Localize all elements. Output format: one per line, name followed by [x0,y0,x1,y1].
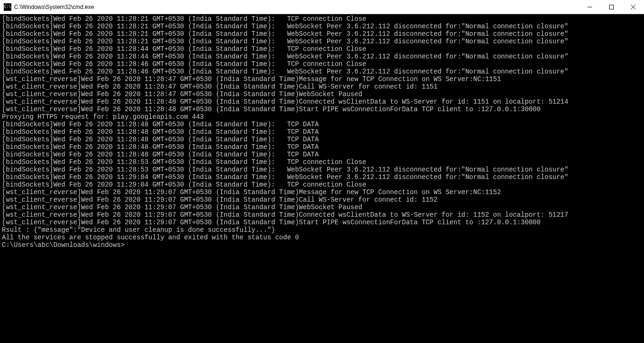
console-prompt[interactable]: C:\Users\abc\Downloads\windows> [2,241,642,249]
console-line: [bindSockets]Wed Feb 26 2020 11:28:48 GM… [2,151,642,158]
titlebar-controls [579,0,644,14]
console-line: [wst_client_reverse]Wed Feb 26 2020 11:2… [2,211,642,219]
console-line: [wst_client_reverse]Wed Feb 26 2020 11:2… [2,219,642,226]
svg-rect-1 [610,5,614,9]
maximize-icon [609,5,614,9]
close-icon [631,5,636,9]
console-line: [bindSockets]Wed Feb 26 2020 11:28:48 GM… [2,128,642,136]
titlebar[interactable]: C:\ C:\Windows\System32\cmd.exe [0,0,644,14]
console-line: Proxying HTTPS request for: play.googlea… [2,113,642,121]
console-line: [bindSockets]Wed Feb 26 2020 11:28:53 GM… [2,158,642,166]
console-line: [bindSockets]Wed Feb 26 2020 11:28:53 GM… [2,166,642,173]
console-line: [bindSockets]Wed Feb 26 2020 11:28:46 GM… [2,60,642,68]
console-line: Rsult : {"message":"Device and user clea… [2,226,642,234]
console-line: [bindSockets]Wed Feb 26 2020 11:28:48 GM… [2,143,642,151]
console-line: [wst_client_reverse]Wed Feb 26 2020 11:2… [2,204,642,211]
minimize-icon [587,5,592,9]
console-line: [wst_client_reverse]Wed Feb 26 2020 11:2… [2,75,642,83]
console-line: [bindSockets]Wed Feb 26 2020 11:28:44 GM… [2,53,642,60]
close-button[interactable] [622,0,644,14]
console-line: [wst_client_reverse]Wed Feb 26 2020 11:2… [2,106,642,113]
console-line: [bindSockets]Wed Feb 26 2020 11:28:48 GM… [2,121,642,128]
console-line: [wst_client_reverse]Wed Feb 26 2020 11:2… [2,83,642,90]
console-line: [bindSockets]Wed Feb 26 2020 11:28:21 GM… [2,23,642,30]
console-line: [wst_client_reverse]Wed Feb 26 2020 11:2… [2,188,642,196]
console-line: [wst_client_reverse]Wed Feb 26 2020 11:2… [2,98,642,106]
console-line: [bindSockets]Wed Feb 26 2020 11:29:04 GM… [2,173,642,181]
maximize-button[interactable] [601,0,622,14]
console-line: [bindSockets]Wed Feb 26 2020 11:28:21 GM… [2,38,642,45]
console-line: All the services are stopped successfull… [2,234,642,241]
console-output[interactable]: [bindSockets]Wed Feb 26 2020 11:28:21 GM… [0,14,644,343]
console-line: [wst_client_reverse]Wed Feb 26 2020 11:2… [2,90,642,98]
window-title: C:\Windows\System32\cmd.exe [14,4,579,10]
console-line: [bindSockets]Wed Feb 26 2020 11:28:46 GM… [2,68,642,75]
console-line: [bindSockets]Wed Feb 26 2020 11:28:21 GM… [2,15,642,23]
console-line: [bindSockets]Wed Feb 26 2020 11:28:44 GM… [2,45,642,53]
cmd-icon: C:\ [4,3,11,11]
minimize-button[interactable] [579,0,601,14]
cmd-window: C:\ C:\Windows\System32\cmd.exe [bindSoc… [0,0,644,343]
console-line: [bindSockets]Wed Feb 26 2020 11:28:48 GM… [2,136,642,143]
console-line: [bindSockets]Wed Feb 26 2020 11:28:21 GM… [2,30,642,38]
console-line: [wst_client_reverse]Wed Feb 26 2020 11:2… [2,196,642,204]
console-line: [bindSockets]Wed Feb 26 2020 11:29:04 GM… [2,181,642,188]
